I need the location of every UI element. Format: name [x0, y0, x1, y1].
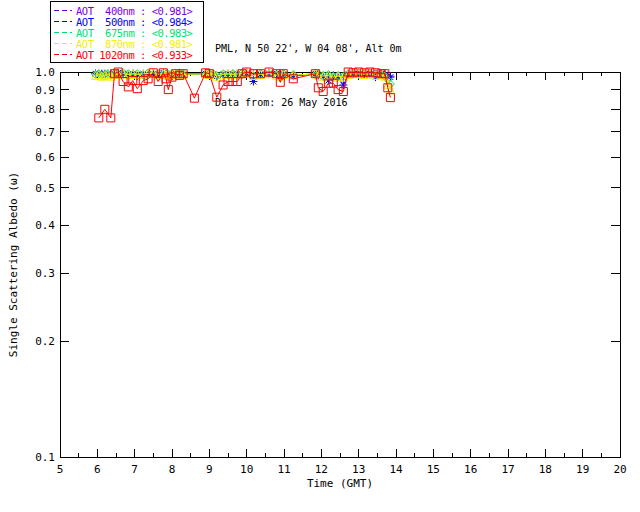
x-tick-label: 6 [94, 463, 101, 476]
y-tick-label: 0.1 [35, 451, 55, 464]
ssa-chart: 5678910111213141516171819201.00.90.80.70… [0, 0, 640, 512]
y-tick-label: 1.0 [35, 66, 55, 79]
x-tick-label: 16 [464, 463, 477, 476]
y-tick-label: 0.3 [35, 267, 55, 280]
x-tick-label: 18 [539, 463, 552, 476]
ssa-plot-screen: AOT 400nm : <0.981>AOT 500nm : <0.984>AO… [0, 0, 640, 512]
x-tick-label: 15 [427, 463, 440, 476]
x-tick-label: 7 [131, 463, 138, 476]
x-tick-label: 8 [169, 463, 176, 476]
x-tick-label: 12 [315, 463, 328, 476]
x-tick-label: 19 [576, 463, 589, 476]
plot-frame [60, 72, 620, 457]
x-axis-title: Time (GMT) [307, 477, 373, 490]
y-tick-label: 0.4 [35, 219, 55, 232]
y-tick-label: 0.8 [35, 103, 55, 116]
axes [60, 72, 620, 457]
x-tick-label: 10 [240, 463, 253, 476]
x-tick-label: 11 [277, 463, 290, 476]
x-tick-label: 14 [389, 463, 403, 476]
y-tick-label: 0.7 [35, 126, 55, 139]
y-tick-label: 0.6 [35, 151, 55, 164]
y-axis-title: Single Scattering Albedo (ω) [7, 172, 20, 357]
x-tick-label: 20 [613, 463, 626, 476]
y-tick-label: 0.5 [35, 182, 55, 195]
y-tick-label: 0.9 [35, 84, 55, 97]
x-tick-label: 9 [206, 463, 213, 476]
y-tick-label: 0.2 [35, 335, 55, 348]
x-tick-label: 5 [57, 463, 64, 476]
x-tick-label: 17 [501, 463, 514, 476]
x-tick-label: 13 [352, 463, 365, 476]
